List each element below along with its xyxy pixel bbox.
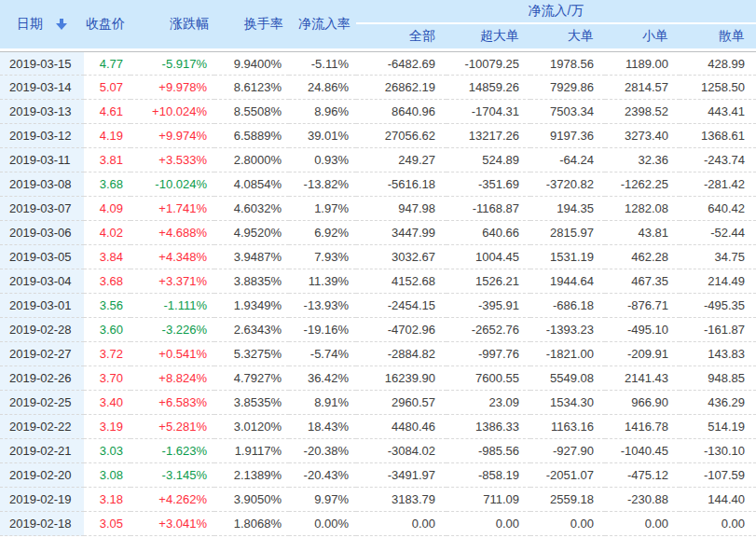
cell-turnover: 4.9520%: [214, 221, 289, 245]
table-row: 2019-02-263.70+8.824%4.7927%36.42%16239.…: [0, 366, 756, 391]
cell-date: 2019-03-08: [0, 172, 84, 197]
cell-all: -6482.69: [356, 51, 447, 76]
cell-close: 3.60: [84, 318, 131, 342]
cell-turnover: 1.8068%: [214, 512, 289, 536]
cell-small: 2398.52: [605, 100, 680, 124]
cell-retail: -161.87: [680, 318, 756, 342]
cell-turnover: 8.5508%: [214, 100, 289, 124]
cell-change: +3.041%: [131, 512, 214, 536]
cell-close: 4.02: [84, 221, 131, 245]
cell-turnover: 5.3275%: [214, 342, 289, 366]
cell-date: 2019-03-04: [0, 269, 84, 294]
cell-super_large: 711.09: [447, 488, 530, 512]
table-row: 2019-02-283.60-3.226%2.6343%-19.16%-4702…: [0, 318, 756, 342]
cell-large: -2051.07: [530, 463, 605, 488]
cell-close: 5.07: [84, 76, 131, 100]
cell-retail: 436.29: [680, 391, 756, 415]
cell-change: +9.978%: [131, 76, 214, 100]
header-retail: 散单: [680, 24, 756, 51]
cell-close: 3.19: [84, 415, 131, 439]
cell-large: 2815.97: [530, 221, 605, 245]
cell-large: -1821.00: [530, 342, 605, 366]
cell-turnover: 3.8835%: [214, 269, 289, 294]
cell-all: 947.98: [356, 197, 447, 221]
cell-change: +4.688%: [131, 221, 214, 245]
cell-inflow_rate: 11.39%: [289, 269, 356, 294]
header-date[interactable]: 日期: [0, 0, 84, 51]
cell-turnover: 2.8000%: [214, 148, 289, 172]
cell-large: 1531.19: [530, 245, 605, 269]
cell-large: -686.18: [530, 294, 605, 318]
cell-date: 2019-02-21: [0, 439, 84, 463]
cell-small: 0.00: [605, 512, 680, 536]
cell-date: 2019-03-14: [0, 76, 84, 100]
cell-inflow_rate: 18.43%: [289, 415, 356, 439]
header-inflow-rate: 净流入率: [289, 0, 356, 51]
cell-close: 3.72: [84, 342, 131, 366]
cell-turnover: 3.9050%: [214, 488, 289, 512]
cell-large: 7929.86: [530, 76, 605, 100]
sort-desc-arrow-down-icon[interactable]: [56, 19, 67, 30]
cell-retail: -107.59: [680, 463, 756, 488]
cell-retail: 214.49: [680, 269, 756, 294]
cell-date: 2019-03-11: [0, 148, 84, 172]
cell-super_large: -1704.31: [447, 100, 530, 124]
header-group-net-inflow: 净流入/万: [356, 0, 756, 24]
cell-turnover: 1.9349%: [214, 294, 289, 318]
cell-large: 1978.56: [530, 51, 605, 76]
cell-close: 3.70: [84, 366, 131, 391]
cell-retail: -52.44: [680, 221, 756, 245]
cell-super_large: -1168.87: [447, 197, 530, 221]
cell-super_large: 13217.26: [447, 124, 530, 148]
cell-date: 2019-03-07: [0, 197, 84, 221]
cell-all: 249.27: [356, 148, 447, 172]
table-row: 2019-03-074.09+1.741%4.6032%1.97%947.98-…: [0, 197, 756, 221]
cell-all: 3183.79: [356, 488, 447, 512]
cell-close: 4.09: [84, 197, 131, 221]
cell-turnover: 3.8535%: [214, 391, 289, 415]
cell-date: 2019-03-12: [0, 124, 84, 148]
cell-retail: 443.41: [680, 100, 756, 124]
cell-all: 2960.57: [356, 391, 447, 415]
cell-all: 26862.19: [356, 76, 447, 100]
table-row: 2019-03-043.68+3.371%3.8835%11.39%4152.6…: [0, 269, 756, 294]
cell-large: 194.35: [530, 197, 605, 221]
cell-all: -2454.15: [356, 294, 447, 318]
cell-change: +1.741%: [131, 197, 214, 221]
cell-inflow_rate: 8.91%: [289, 391, 356, 415]
cell-large: -3720.82: [530, 172, 605, 197]
cell-all: 0.00: [356, 512, 447, 536]
cell-super_large: -2652.76: [447, 318, 530, 342]
cell-turnover: 3.0120%: [214, 415, 289, 439]
cell-change: +4.262%: [131, 488, 214, 512]
cell-all: -2884.82: [356, 342, 447, 366]
table-row: 2019-03-013.56-1.111%1.9349%-13.93%-2454…: [0, 294, 756, 318]
cell-super_large: -985.56: [447, 439, 530, 463]
cell-inflow_rate: -20.38%: [289, 439, 356, 463]
cell-close: 3.18: [84, 488, 131, 512]
cell-change: +4.348%: [131, 245, 214, 269]
cell-inflow_rate: 36.42%: [289, 366, 356, 391]
table-row: 2019-02-223.19+5.281%3.0120%18.43%4480.4…: [0, 415, 756, 439]
cell-all: 8640.96: [356, 100, 447, 124]
cell-large: 0.00: [530, 512, 605, 536]
cell-turnover: 1.9117%: [214, 439, 289, 463]
cell-inflow_rate: -19.16%: [289, 318, 356, 342]
cell-super_large: 640.66: [447, 221, 530, 245]
cell-inflow_rate: 24.86%: [289, 76, 356, 100]
cell-all: -3084.02: [356, 439, 447, 463]
cell-super_large: 1004.45: [447, 245, 530, 269]
cell-large: 1163.16: [530, 415, 605, 439]
table-row: 2019-03-124.19+9.974%6.5889%39.01%27056.…: [0, 124, 756, 148]
cell-retail: -130.10: [680, 439, 756, 463]
cell-change: +5.281%: [131, 415, 214, 439]
cell-inflow_rate: 7.93%: [289, 245, 356, 269]
cell-change: -3.145%: [131, 463, 214, 488]
cell-change: -3.226%: [131, 318, 214, 342]
cell-close: 4.77: [84, 51, 131, 76]
cell-small: -1040.45: [605, 439, 680, 463]
cell-retail: 144.40: [680, 488, 756, 512]
cell-retail: 514.19: [680, 415, 756, 439]
cell-inflow_rate: 9.97%: [289, 488, 356, 512]
cell-small: 462.28: [605, 245, 680, 269]
